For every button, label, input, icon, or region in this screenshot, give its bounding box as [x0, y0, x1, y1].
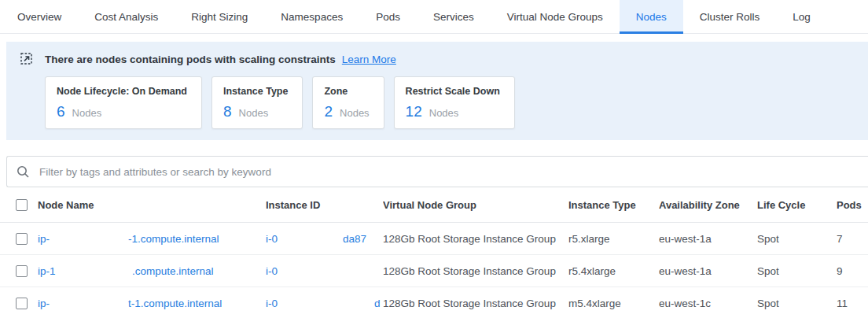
tab-services[interactable]: Services: [417, 0, 491, 33]
card-unit: Nodes: [72, 107, 102, 119]
node-name-cell: ip- -1.compute.internal: [38, 223, 266, 254]
row-checkbox[interactable]: [16, 265, 28, 277]
node-name-cell: ip- t-1.compute.internal: [38, 287, 266, 318]
tab-virtual-node-groups[interactable]: Virtual Node Groups: [491, 0, 620, 33]
filter-search-input[interactable]: [38, 165, 859, 179]
tab-overview[interactable]: Overview: [1, 0, 78, 33]
instance-id-link[interactable]: i-0: [266, 233, 278, 245]
pods-cell: 11: [837, 298, 868, 309]
col-pods: Pods: [837, 199, 868, 211]
col-node-name: Node Name: [38, 199, 266, 211]
instance-id-cell: i-0 d: [266, 287, 383, 318]
instance-id-link[interactable]: d: [374, 298, 381, 309]
instance-type-cell: m5.4xlarge: [568, 298, 659, 309]
nodes-table: Node Name Instance ID Virtual Node Group…: [0, 187, 868, 318]
life-cycle-cell: Spot: [757, 265, 837, 277]
card-count: 2: [324, 104, 333, 119]
node-name-link[interactable]: -1.compute.internal: [128, 233, 219, 245]
life-cycle-cell: Spot: [757, 298, 837, 309]
node-name-link[interactable]: ip-1: [38, 265, 56, 277]
card-unit: Nodes: [340, 107, 370, 119]
node-name-link[interactable]: t-1.compute.internal: [128, 298, 222, 309]
instance-id-cell: i-0 da87: [266, 223, 383, 254]
tab-nodes[interactable]: Nodes: [620, 0, 683, 33]
card-node-lifecycle-on-demand[interactable]: Node Lifecycle: On Demand 6 Nodes: [45, 76, 202, 129]
instance-id-cell: i-0: [266, 255, 383, 287]
availability-zone-cell: eu-west-1c: [659, 298, 757, 309]
table-header: Node Name Instance ID Virtual Node Group…: [0, 187, 868, 223]
instance-type-cell: r5.4xlarge: [568, 265, 659, 277]
search-icon: [17, 165, 30, 179]
constraint-cards: Node Lifecycle: On Demand 6 Nodes Instan…: [45, 76, 868, 129]
virtual-node-group-cell: 128Gb Root Storage Instance Group: [383, 298, 568, 309]
card-unit: Nodes: [239, 107, 269, 119]
col-availability-zone: Availability Zone: [659, 199, 757, 211]
banner-message: There are nodes containing pods with sca…: [45, 54, 336, 65]
card-count: 12: [406, 104, 422, 119]
card-label: Zone: [324, 86, 369, 97]
card-restrict-scale-down[interactable]: Restrict Scale Down 12 Nodes: [394, 76, 515, 129]
availability-zone-cell: eu-west-1a: [659, 233, 757, 245]
virtual-node-group-cell: 128Gb Root Storage Instance Group: [383, 265, 568, 277]
table-row: ip-1 .compute.internal i-0 128Gb Root St…: [0, 255, 868, 287]
table-row: ip- t-1.compute.internal i-0 d 128Gb Roo…: [0, 287, 868, 318]
select-all-checkbox[interactable]: [16, 199, 28, 211]
col-instance-type: Instance Type: [568, 199, 659, 211]
tab-bar: Overview Cost Analysis Right Sizing Name…: [0, 0, 868, 34]
node-name-link[interactable]: ip-: [38, 298, 50, 309]
tab-namespaces[interactable]: Namespaces: [264, 0, 359, 33]
tab-cluster-rolls[interactable]: Cluster Rolls: [683, 0, 777, 33]
instance-id-link[interactable]: da87: [343, 233, 366, 245]
instance-id-link[interactable]: i-0: [266, 298, 278, 309]
tab-cost-analysis[interactable]: Cost Analysis: [78, 0, 175, 33]
card-count: 8: [223, 104, 232, 119]
card-label: Node Lifecycle: On Demand: [57, 86, 187, 97]
card-unit: Nodes: [429, 107, 459, 119]
tab-pods[interactable]: Pods: [359, 0, 417, 33]
pods-cell: 9: [837, 265, 868, 277]
life-cycle-cell: Spot: [757, 233, 837, 245]
card-label: Instance Type: [223, 86, 288, 97]
col-instance-id: Instance ID: [266, 199, 383, 211]
instance-type-cell: r5.xlarge: [568, 233, 659, 245]
virtual-node-group-cell: 128Gb Root Storage Instance Group: [383, 233, 568, 245]
row-checkbox[interactable]: [16, 298, 28, 309]
col-life-cycle: Life Cycle: [757, 199, 837, 211]
col-virtual-node-group: Virtual Node Group: [383, 199, 568, 211]
tab-log[interactable]: Log: [776, 0, 827, 33]
node-name-link[interactable]: ip-: [38, 233, 50, 245]
filter-bar: [6, 156, 868, 187]
card-instance-type[interactable]: Instance Type 8 Nodes: [211, 76, 303, 129]
scaling-constraints-banner: There are nodes containing pods with sca…: [6, 42, 868, 140]
tab-right-sizing[interactable]: Right Sizing: [175, 0, 264, 33]
card-zone[interactable]: Zone 2 Nodes: [312, 76, 384, 129]
card-label: Restrict Scale Down: [406, 86, 500, 97]
node-name-cell: ip-1 .compute.internal: [38, 255, 266, 287]
row-checkbox[interactable]: [16, 233, 28, 245]
card-count: 6: [57, 104, 65, 119]
availability-zone-cell: eu-west-1a: [659, 265, 757, 277]
pods-cell: 7: [837, 233, 868, 245]
learn-more-link[interactable]: Learn More: [342, 54, 396, 65]
table-row: ip- -1.compute.internal i-0 da87 128Gb R…: [0, 223, 868, 255]
instance-id-link[interactable]: i-0: [266, 265, 278, 277]
node-name-link[interactable]: .compute.internal: [132, 265, 214, 277]
scaling-constraint-icon: [20, 52, 34, 66]
